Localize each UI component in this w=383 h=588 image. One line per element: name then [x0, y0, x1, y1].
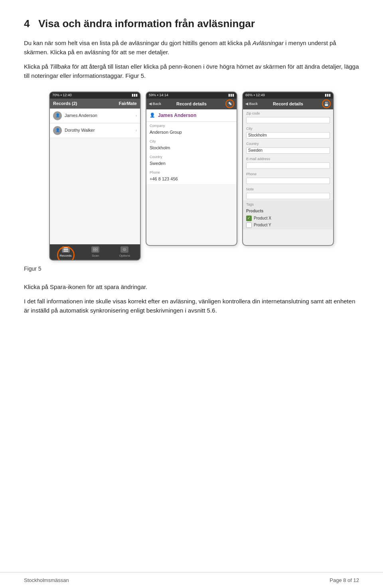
edit-input-phone[interactable]: [246, 178, 330, 184]
svg-rect-5: [93, 250, 95, 251]
edit-group-note: Note: [243, 185, 333, 200]
avatar-james: 👤: [53, 111, 62, 120]
edit-label-country: Country: [246, 141, 330, 147]
screen2-status: 59% ▪ 14:14 ▮▮▮: [146, 92, 237, 99]
svg-rect-0: [63, 247, 68, 248]
screen3-title-bar: ◀ Back Record details 💾: [243, 99, 333, 109]
edit-input-country[interactable]: [246, 147, 330, 154]
tag-item-productx[interactable]: Product X: [246, 215, 330, 221]
screen2-avatar: 👤: [150, 112, 155, 119]
screen1-records-header: Records (2) FairMate: [50, 99, 140, 109]
scan-tab-icon: [91, 246, 99, 253]
screen2-back-button[interactable]: ◀ Back: [149, 101, 161, 107]
record-name-dorothy: Dorothy Walker: [65, 127, 95, 134]
edit-group-country: Country: [243, 140, 333, 155]
screen3-content: Zip code City Country E-mail address Pho…: [243, 109, 333, 245]
edit-label-city: City: [246, 126, 330, 132]
tag-item-producty[interactable]: Product Y: [246, 222, 330, 228]
tab-records-label: Records: [60, 253, 72, 258]
screen1-bottom-bar: Records Scan Options: [50, 244, 140, 260]
screen3-status: 66% ▪ 12:49 ▮▮▮: [243, 92, 333, 99]
screen2-mockup: 59% ▪ 14:14 ▮▮▮ ◀ Back Record details ✎ …: [146, 91, 237, 246]
field-label-phone: Phone: [146, 168, 237, 176]
screen2-title-bar: ◀ Back Record details ✎: [146, 99, 237, 109]
edit-group-email: E-mail address: [243, 155, 333, 170]
screen1-mockup: 70% ▪ 12:40 ▮▮▮ Records (2) FairMate 👤 J…: [49, 91, 141, 261]
screen3-mockup: 66% ▪ 12:49 ▮▮▮ ◀ Back Record details 💾 …: [242, 91, 334, 246]
edit-icon: ✎: [228, 101, 232, 107]
svg-rect-3: [93, 248, 95, 249]
screen1-status: 70% ▪ 12:40 ▮▮▮: [50, 92, 140, 99]
intro-paragraph-2: Klicka på Tillbaka för att återgå till l…: [24, 62, 359, 80]
tab-options-label: Options: [119, 253, 130, 258]
edit-group-phone: Phone: [243, 170, 333, 185]
tags-products-title: Products: [246, 208, 330, 214]
svg-rect-4: [96, 248, 97, 249]
edit-input-email[interactable]: [246, 162, 330, 169]
screen2-contact-name: James Anderson: [158, 112, 196, 119]
screen3-status-left: 66% ▪ 12:49: [245, 93, 265, 98]
tag-checkbox-producty[interactable]: [246, 222, 252, 228]
tab-scan-label: Scan: [92, 253, 99, 258]
figure-caption: Figur 5: [24, 265, 359, 273]
record-item-dorothy[interactable]: 👤 Dorothy Walker ›: [50, 123, 140, 138]
screen2-edit-button[interactable]: ✎: [225, 99, 234, 108]
screen1-title: Records (2): [53, 100, 77, 107]
svg-rect-2: [63, 251, 68, 251]
record-name-james: James Anderson: [65, 112, 97, 119]
screen2-title: Record details: [176, 101, 207, 107]
field-value-phone: +46 8 123 456: [146, 175, 237, 184]
page-footer: Stockholmsmässan Page 8 of 12: [0, 572, 383, 588]
screen2-contact-name-row: 👤 James Anderson: [146, 109, 237, 122]
paragraph-info: I det fall informationen inte skulle vis…: [24, 297, 359, 315]
svg-point-8: [124, 249, 125, 250]
screen3-status-right: ▮▮▮: [325, 93, 331, 98]
italic-tillbaka: Tillbaka: [50, 63, 71, 70]
chevron-dorothy: ›: [136, 127, 137, 133]
svg-rect-6: [96, 250, 97, 251]
screen1-status-left: 70% ▪ 12:40: [52, 93, 72, 98]
tag-checkbox-productx[interactable]: [246, 216, 252, 221]
field-label-company: Company: [146, 122, 237, 129]
footer-left: Stockholmsmässan: [24, 576, 69, 584]
edit-input-zipcode[interactable]: [246, 117, 330, 123]
screen2-status-right: ▮▮▮: [228, 93, 234, 98]
edit-input-note[interactable]: [246, 193, 330, 199]
chapter-title: Visa och ändra information från avläsnin…: [38, 18, 255, 30]
record-item-james[interactable]: 👤 James Anderson ›: [50, 109, 140, 123]
page-heading: 4 Visa och ändra information från avläsn…: [24, 16, 359, 32]
edit-label-phone: Phone: [246, 172, 330, 177]
field-label-country: Country: [146, 153, 237, 160]
field-value-city: Stockholm: [146, 144, 237, 153]
screen3-save-button[interactable]: 💾: [322, 99, 331, 108]
italic-avlasningar: Avläsningar: [253, 40, 284, 46]
edit-input-city[interactable]: [246, 132, 330, 139]
tab-options[interactable]: Options: [119, 246, 130, 258]
screen2-status-left: 59% ▪ 14:14: [149, 93, 168, 98]
save-icon: 💾: [324, 101, 329, 107]
edit-label-email: E-mail address: [246, 156, 330, 162]
screen2-content: 👤 James Anderson Company Anderson Group …: [146, 109, 237, 245]
field-value-company: Anderson Group: [146, 129, 237, 137]
tags-section: Tags Products Product X Product Y: [243, 200, 333, 230]
screen1-fairmate: FairMate: [119, 100, 137, 107]
field-value-country: Sweden: [146, 160, 237, 168]
edit-group-zipcode: Zip code: [243, 109, 333, 125]
screen1-status-right: ▮▮▮: [132, 93, 138, 98]
screen3-title: Record details: [273, 101, 303, 107]
tab-scan[interactable]: Scan: [91, 246, 99, 258]
edit-label-note: Note: [246, 187, 330, 192]
figures-row: 70% ▪ 12:40 ▮▮▮ Records (2) FairMate 👤 J…: [24, 91, 359, 261]
paragraph-save: Klicka på Spara-ikonen för att spara änd…: [24, 283, 359, 292]
tab-records[interactable]: Records: [60, 246, 72, 258]
svg-rect-1: [63, 249, 68, 250]
chevron-james: ›: [136, 113, 137, 119]
tags-label: Tags: [246, 202, 330, 208]
screen3-back-button[interactable]: ◀ Back: [245, 101, 258, 107]
tag-label-productx: Product X: [254, 215, 271, 221]
records-tab-icon: [62, 246, 70, 253]
screen1-content: 👤 James Anderson › 👤 Dorothy Walker ›: [50, 109, 140, 244]
edit-label-zipcode: Zip code: [246, 111, 330, 117]
field-label-city: City: [146, 137, 237, 145]
chapter-number: 4: [24, 18, 30, 30]
